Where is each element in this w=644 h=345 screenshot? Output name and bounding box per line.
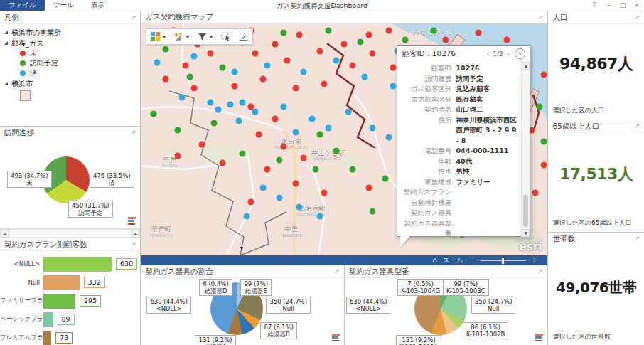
popout-icon[interactable]: ↗ <box>538 268 544 275</box>
customer-marker[interactable] <box>190 53 197 59</box>
customer-marker[interactable] <box>370 124 376 131</box>
customer-marker[interactable] <box>256 132 262 138</box>
customer-marker[interactable] <box>231 69 237 75</box>
customer-marker[interactable] <box>231 83 237 90</box>
customer-marker[interactable] <box>365 185 372 191</box>
customer-marker[interactable] <box>536 104 542 110</box>
map-canvas[interactable]: みなとみらい平戸Hirado永田東Nagatahigashi井土ケ谷駅Idoga… <box>141 23 547 255</box>
customer-marker[interactable] <box>301 155 307 161</box>
bar[interactable] <box>43 294 75 309</box>
help-icon[interactable]: ? <box>587 0 601 11</box>
customer-marker[interactable] <box>260 76 267 83</box>
scroll-up-arrow[interactable]: ▲ <box>522 62 530 70</box>
customer-marker[interactable] <box>341 41 348 48</box>
popout-icon[interactable]: ↗ <box>131 241 136 248</box>
customer-marker[interactable] <box>386 134 392 140</box>
customer-marker[interactable] <box>260 185 267 191</box>
customer-marker[interactable] <box>325 124 331 131</box>
popout-icon[interactable]: ↗ <box>334 268 340 275</box>
tree-caret-icon[interactable] <box>4 31 8 34</box>
menu-tab-tools[interactable]: ツール <box>45 0 82 11</box>
customer-marker[interactable] <box>365 32 372 38</box>
visit-progress-pie[interactable]: 476 (33.5%)済450 (31.7%)訪問予定493 (34.7%)未 <box>0 139 140 238</box>
customer-marker[interactable] <box>162 46 168 52</box>
customer-marker[interactable] <box>174 127 181 133</box>
customer-marker[interactable] <box>333 148 339 154</box>
minimize-icon[interactable]: – <box>601 0 616 11</box>
customer-marker[interactable] <box>227 102 234 108</box>
customer-marker[interactable] <box>504 36 510 43</box>
customer-marker[interactable] <box>292 129 299 136</box>
popup-next-icon[interactable]: › <box>507 51 510 58</box>
bar[interactable] <box>43 312 53 327</box>
horizontal-scrollbar[interactable]: ◄ ► <box>0 228 140 238</box>
customer-marker[interactable] <box>308 115 315 122</box>
customer-marker[interactable] <box>386 27 392 33</box>
customer-marker[interactable] <box>264 166 270 173</box>
basemap-button[interactable] <box>149 31 168 43</box>
filter-button[interactable] <box>196 31 215 43</box>
customer-marker[interactable] <box>390 64 397 70</box>
legend-toggle-icon[interactable] <box>535 334 543 341</box>
restore-icon[interactable]: □ <box>616 0 630 11</box>
customer-marker[interactable] <box>244 213 250 219</box>
customer-marker[interactable] <box>296 32 303 38</box>
customer-marker[interactable] <box>540 161 547 168</box>
customer-marker[interactable] <box>150 111 156 117</box>
customer-marker[interactable] <box>390 83 397 90</box>
tree-caret-icon[interactable] <box>4 41 8 45</box>
customer-marker[interactable] <box>252 108 258 115</box>
home-icon[interactable]: ⌂ <box>432 255 436 265</box>
customer-marker[interactable] <box>370 208 376 215</box>
customer-marker[interactable] <box>272 41 279 48</box>
customer-marker[interactable] <box>154 60 161 66</box>
popout-icon[interactable]: ↗ <box>634 235 640 242</box>
legend-toggle-icon[interactable] <box>128 217 136 225</box>
customer-marker[interactable] <box>476 30 482 36</box>
customer-marker[interactable] <box>532 189 539 196</box>
customer-marker[interactable] <box>382 176 388 182</box>
customer-marker[interactable] <box>174 152 181 159</box>
customer-marker[interactable] <box>292 180 299 186</box>
bar[interactable] <box>43 331 51 345</box>
customer-marker[interactable] <box>540 139 547 145</box>
customer-marker[interactable] <box>325 27 331 33</box>
extent-button[interactable] <box>237 31 249 43</box>
bar[interactable] <box>43 257 112 272</box>
customer-marker[interactable] <box>321 80 327 87</box>
symbology-button[interactable] <box>173 31 191 43</box>
zoom-slider-thumb[interactable] <box>502 258 504 264</box>
popup-scrollbar[interactable]: ▲ ▼ <box>521 62 530 237</box>
scroll-right-arrow[interactable]: ► <box>132 229 140 238</box>
close-icon[interactable]: × <box>630 0 644 11</box>
customer-marker[interactable] <box>219 159 225 166</box>
scroll-left-arrow[interactable]: ◄ <box>0 229 9 238</box>
zoom-in-button[interactable]: + <box>532 255 537 265</box>
customer-marker[interactable] <box>292 85 299 92</box>
customer-marker[interactable] <box>252 51 258 57</box>
scroll-track[interactable] <box>9 229 132 238</box>
customer-marker[interactable] <box>402 36 409 43</box>
select-button[interactable] <box>220 31 232 43</box>
customer-marker[interactable] <box>443 36 449 43</box>
customer-marker[interactable] <box>183 62 189 68</box>
customer-marker[interactable] <box>199 141 205 147</box>
customer-marker[interactable] <box>317 48 323 55</box>
customer-marker[interactable] <box>280 143 286 149</box>
customer-marker[interactable] <box>178 95 185 101</box>
gas-model-pie[interactable]: 7 (0.5%)K-103-1004G99 (7%)K-105-1003C350… <box>345 278 548 345</box>
popout-icon[interactable]: ↗ <box>131 14 136 21</box>
menu-tab-view[interactable]: 表示 <box>82 0 113 11</box>
popup-prev-icon[interactable]: ‹ <box>487 51 490 58</box>
customer-marker[interactable] <box>272 115 279 122</box>
popout-icon[interactable]: ↗ <box>131 129 136 136</box>
customer-marker[interactable] <box>215 106 222 112</box>
customer-marker[interactable] <box>219 64 225 70</box>
customer-marker[interactable] <box>211 120 218 127</box>
customer-marker[interactable] <box>431 27 437 33</box>
customer-marker[interactable] <box>345 108 352 115</box>
scroll-down-arrow[interactable]: ▼ <box>522 229 530 237</box>
bar[interactable] <box>43 275 80 290</box>
customer-marker[interactable] <box>276 157 282 164</box>
customer-marker[interactable] <box>540 71 547 78</box>
